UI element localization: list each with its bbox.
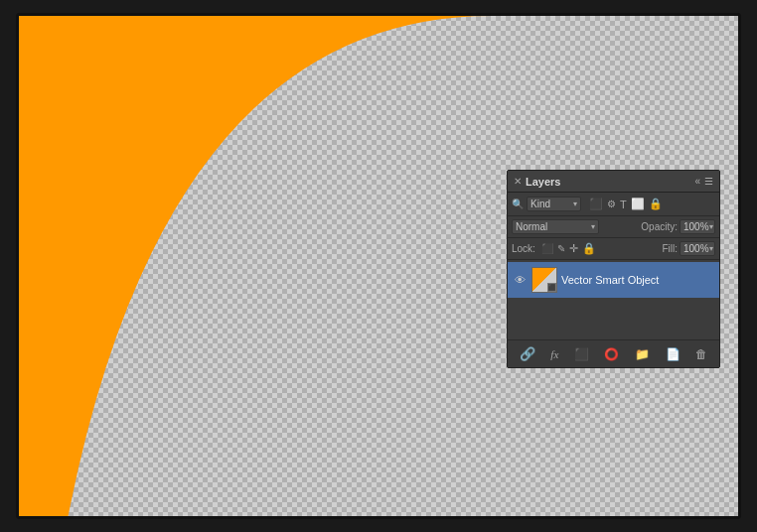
panel-header-left: ✕ Layers [514, 176, 560, 188]
layer-empty-area [508, 298, 719, 337]
opacity-label: Opacity: [641, 221, 678, 232]
panel-header-right: « ☰ [694, 176, 713, 187]
filter-search-icon: 🔍 [512, 199, 524, 209]
panel-title: Layers [526, 176, 560, 188]
opacity-value-text: 100% [683, 221, 709, 232]
new-fill-adjustment-button[interactable]: ⬛ [571, 345, 592, 363]
fill-label: Fill: [662, 243, 678, 254]
smart-object-badge: ⬛ [547, 283, 556, 292]
blend-mode-label: Normal [516, 221, 547, 232]
filter-icons-group: ⬛ ⚙ T ⬜ 🔒 [588, 197, 664, 211]
new-layer-button[interactable]: 📄 [663, 345, 683, 363]
panel-header: ✕ Layers « ☰ [508, 171, 719, 193]
lock-all-icon[interactable]: 🔒 [581, 241, 597, 256]
fill-dropdown[interactable]: 100% ▾ [680, 241, 715, 256]
panel-toolbar: 🔗 fx ⬛ ⭕ 📁 📄 🗑 [508, 339, 719, 367]
delete-layer-button[interactable]: 🗑 [692, 345, 710, 363]
fill-group: Fill: 100% ▾ [662, 241, 715, 256]
opacity-group: Opacity: 100% ▾ [641, 219, 715, 234]
blend-chevron-icon: ▾ [591, 222, 595, 231]
fill-value-text: 100% [683, 243, 709, 254]
panel-menu-icon[interactable]: ☰ [704, 176, 713, 187]
blend-mode-dropdown[interactable]: Normal ▾ [512, 219, 599, 234]
filter-row: 🔍 Kind ▾ ⬛ ⚙ T ⬜ 🔒 [508, 193, 719, 216]
filter-pixel-icon[interactable]: ⬛ [588, 197, 604, 211]
fill-chevron-icon: ▾ [709, 244, 713, 253]
opacity-chevron-icon: ▾ [709, 222, 713, 231]
kind-label: Kind [530, 199, 550, 209]
lock-row: Lock: ⬛ ✎ ✛ 🔒 Fill: 100% ▾ [508, 238, 719, 260]
layer-visibility-toggle[interactable]: 👁 [512, 272, 528, 288]
lock-icons-group: ⬛ ✎ ✛ 🔒 [540, 241, 597, 256]
layer-name: Vector Smart Object [561, 274, 715, 286]
filter-type-icon[interactable]: T [619, 198, 628, 211]
layer-item[interactable]: 👁 ⬛ Vector Smart Object [508, 262, 719, 298]
blend-row: Normal ▾ Opacity: 100% ▾ [508, 216, 719, 238]
opacity-dropdown[interactable]: 100% ▾ [680, 219, 715, 234]
eye-icon: 👁 [515, 274, 526, 286]
layer-list: 👁 ⬛ Vector Smart Object [508, 260, 719, 339]
layers-panel: ✕ Layers « ☰ 🔍 Kind ▾ ⬛ ⚙ T ⬜ 🔒 [507, 170, 720, 368]
filter-adjustment-icon[interactable]: ⚙ [606, 198, 617, 210]
main-canvas: ✕ Layers « ☰ 🔍 Kind ▾ ⬛ ⚙ T ⬜ 🔒 [16, 13, 741, 519]
lock-pixels-icon[interactable]: ⬛ [540, 242, 554, 255]
lock-position-icon[interactable]: ✎ [556, 242, 566, 255]
kind-chevron-icon: ▾ [573, 200, 577, 208]
new-group-button[interactable]: 📁 [632, 345, 653, 363]
layer-thumbnail: ⬛ [531, 267, 557, 293]
fx-button[interactable]: fx [547, 346, 561, 362]
add-mask-button[interactable]: ⭕ [601, 345, 622, 363]
panel-collapse-icon[interactable]: « [694, 176, 700, 187]
kind-dropdown[interactable]: Kind ▾ [527, 197, 581, 211]
filter-shape-icon[interactable]: ⬜ [630, 197, 646, 211]
link-layers-button[interactable]: 🔗 [517, 344, 538, 363]
lock-artboard-icon[interactable]: ✛ [568, 241, 579, 256]
lock-label: Lock: [512, 243, 535, 254]
panel-close-icon[interactable]: ✕ [514, 176, 522, 187]
filter-smart-icon[interactable]: 🔒 [648, 197, 664, 211]
